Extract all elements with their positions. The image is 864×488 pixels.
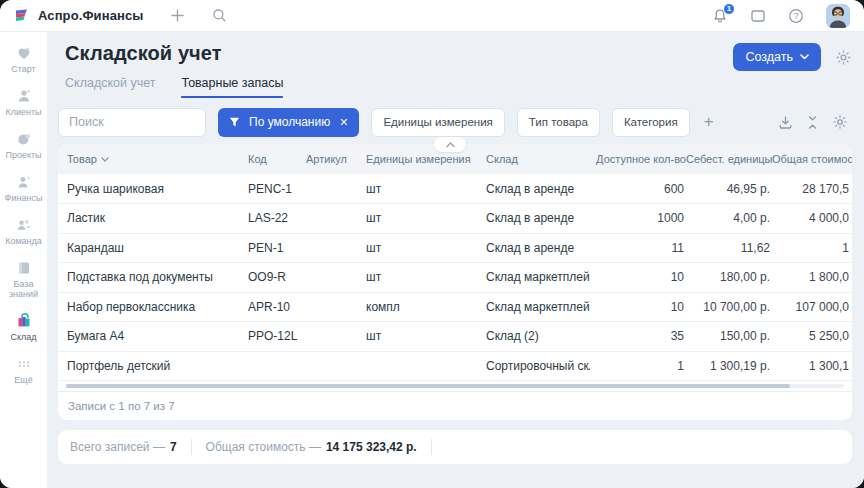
cell-qty: 600 (590, 174, 686, 204)
column-header-unit[interactable]: Единицы измерения (366, 144, 486, 174)
cell-product: Ластик (58, 204, 248, 234)
horizontal-scrollbar (58, 381, 852, 391)
cell-warehouse: Склад в аренде (486, 233, 590, 263)
notifications-bell-icon[interactable]: 1 (712, 8, 728, 24)
sidebar-item-warehouse[interactable]: Склад (0, 312, 48, 342)
cell-total-cost: 1 300,1 (772, 351, 852, 381)
messages-icon[interactable] (750, 8, 766, 24)
add-icon[interactable] (169, 8, 185, 24)
active-filter-chip[interactable]: По умолчанию ✕ (218, 108, 359, 137)
table-settings-gear-icon[interactable] (832, 114, 848, 130)
table-row[interactable]: Подставка под документы OO9-R шт Склад м… (58, 263, 852, 293)
create-button-label: Создать (745, 50, 793, 64)
sidebar-item-label: Старт (11, 64, 35, 74)
cell-unit: компл (366, 292, 486, 322)
cell-total-cost: 1 800,0 (772, 263, 852, 293)
column-header-unit-cost[interactable]: Себест. единицы (686, 144, 772, 174)
scrollbar-track (66, 384, 844, 388)
cell-unit: шт (366, 322, 486, 352)
create-button[interactable]: Создать (733, 43, 821, 71)
cell-code: PENC-1 (248, 174, 306, 204)
active-filter-label: По умолчанию (249, 115, 330, 129)
cell-code (248, 351, 306, 381)
cell-qty: 1000 (590, 204, 686, 234)
cell-product: Набор первоклассника (58, 292, 248, 322)
column-header-warehouse[interactable]: Склад (486, 144, 590, 174)
cell-unit: шт (366, 263, 486, 293)
cell-product: Карандаш (58, 233, 248, 263)
cell-qty: 35 (590, 322, 686, 352)
pagination-bar: Записи с 1 по 7 из 7 (58, 391, 852, 420)
divider (191, 439, 192, 455)
sidebar-item-label: Проекты (5, 150, 41, 160)
cell-unit (366, 351, 486, 381)
sidebar-item-more[interactable]: Ещё (0, 355, 48, 385)
cell-product: Портфель детский (58, 351, 248, 381)
column-header-qty[interactable]: Доступное кол-во (590, 144, 686, 174)
table-row[interactable]: Ластик LAS-22 шт Склад в аренде 1000 4,0… (58, 204, 852, 234)
table-row[interactable]: Набор первоклассника APR-10 компл Склад … (58, 292, 852, 322)
column-header-article[interactable]: Артикул (306, 144, 366, 174)
collapse-rows-icon[interactable] (806, 115, 819, 130)
column-header-code[interactable]: Код (248, 144, 306, 174)
table-row[interactable]: Бумага А4 PPO-12L шт Склад (2) 35 150,00… (58, 322, 852, 352)
app-logo-icon (14, 8, 30, 24)
cell-qty: 1 (590, 351, 686, 381)
cell-product: Ручка шариковая (58, 174, 248, 204)
cell-total-cost: 5 250,0 (772, 322, 852, 352)
sidebar-item-label: Клиенты (5, 107, 41, 117)
cell-article (306, 233, 366, 263)
cell-unit-cost: 4,00 р. (686, 204, 772, 234)
cell-article (306, 351, 366, 381)
user-avatar[interactable] (826, 4, 850, 28)
page-settings-gear-icon[interactable] (835, 49, 852, 66)
sort-chevron-icon (101, 157, 109, 162)
chevron-down-icon (800, 54, 809, 60)
help-icon[interactable]: ? (788, 8, 804, 24)
search-input[interactable] (58, 108, 206, 137)
add-filter-icon[interactable]: + (704, 112, 714, 132)
cell-code: APR-10 (248, 292, 306, 322)
cell-warehouse: Склад маркетплейса (486, 292, 590, 322)
clear-filter-icon[interactable]: ✕ (339, 116, 348, 129)
tab-bar: Складской учет Товарные запасы (58, 76, 852, 98)
column-header-total-cost[interactable]: Общая стоимость (772, 144, 852, 174)
cell-article (306, 174, 366, 204)
sidebar-item-knowledge[interactable]: База знаний (0, 259, 48, 299)
scrollbar-thumb[interactable] (66, 384, 790, 388)
cell-qty: 10 (590, 292, 686, 322)
table-row[interactable]: Карандаш PEN-1 шт Склад в аренде 11 11,6… (58, 233, 852, 263)
cell-article (306, 263, 366, 293)
cell-total-cost: 4 000,0 (772, 204, 852, 234)
filter-chip-category[interactable]: Категория (612, 108, 690, 137)
cell-unit: шт (366, 233, 486, 263)
filter-chip-product-type[interactable]: Тип товара (517, 108, 600, 137)
summary-bar: Всего записей — 7 Общая стоимость — 14 1… (58, 430, 852, 464)
export-download-icon[interactable] (778, 115, 793, 130)
table-row[interactable]: Ручка шариковая PENC-1 шт Склад в аренде… (58, 174, 852, 204)
sidebar-item-label: Ещё (14, 375, 32, 385)
records-range-text: Записи с 1 по 7 из 7 (68, 400, 175, 412)
filter-chip-units[interactable]: Единицы измерения (371, 108, 504, 137)
cell-article (306, 322, 366, 352)
sidebar-item-projects[interactable]: Проекты (0, 130, 48, 160)
clients-icon (15, 87, 33, 105)
table-row[interactable]: Портфель детский Сортировочный скла 1 1 … (58, 351, 852, 381)
cell-unit-cost: 46,95 р. (686, 174, 772, 204)
sidebar-item-start[interactable]: Старт (0, 44, 48, 74)
cell-unit-cost: 10 700,00 р. (686, 292, 772, 322)
collapse-table-pill[interactable] (434, 137, 466, 152)
cell-unit-cost: 180,00 р. (686, 263, 772, 293)
tab-warehouse-accounting[interactable]: Складской учет (65, 76, 155, 98)
sidebar-item-team[interactable]: Команда (0, 216, 48, 246)
column-header-product[interactable]: Товар (58, 144, 248, 174)
total-cost-value: 14 175 323,42 р. (326, 440, 417, 454)
sidebar-item-clients[interactable]: Клиенты (0, 87, 48, 117)
sidebar-item-label: Склад (10, 332, 36, 342)
search-icon[interactable] (211, 8, 227, 24)
topbar: Аспро.Финансы 1 ? (0, 0, 864, 32)
tab-product-stocks[interactable]: Товарные запасы (181, 76, 283, 98)
knowledge-base-icon (15, 259, 33, 277)
sidebar-item-finances[interactable]: Финансы (0, 173, 48, 203)
cell-qty: 11 (590, 233, 686, 263)
